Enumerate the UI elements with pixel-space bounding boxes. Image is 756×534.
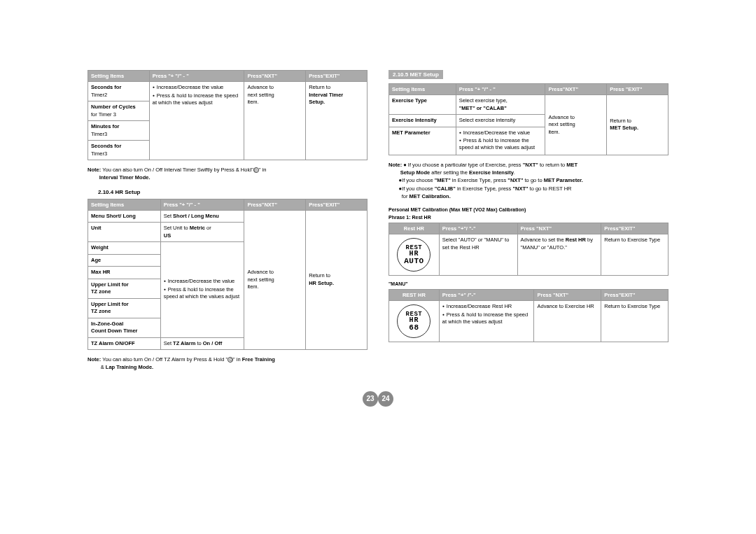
rest-hr-manu-table: REST HR Press "+" /"-" Press "NXT" Press… — [388, 289, 668, 342]
cell-hr-advance: Advance to next setting item. — [244, 210, 306, 350]
met-setup-title: 2.10.5 MET Setup — [388, 70, 443, 79]
cell-advance-rest-hr: Advance to set the Rest HR by "MANU" or … — [517, 234, 601, 276]
note-met: Note: ● If you choose a particular type … — [388, 161, 668, 200]
cell-age: Age — [88, 254, 161, 267]
th-r-setting-items: Setting Items — [389, 84, 456, 95]
cell-cycles-timer3: Number of Cyclesfor Timer 3 — [88, 101, 150, 121]
cell-seconds-timer3: Seconds forTimer3 — [88, 141, 150, 160]
interval-timer-table: Setting Items Press "+ "/" - " Press"NXT… — [88, 70, 368, 160]
th-press-nxt: Press"NXT" — [244, 71, 306, 82]
rest-hr-auto-table: Rest HR Press "+"/ "-" Press "NXT" Press… — [388, 223, 668, 276]
cell-inc-dec-rest-hr: Increase/Decrease Rest HR Press & hold t… — [439, 301, 534, 342]
th-r-plus-minus: Press "+ "/" - " — [456, 84, 545, 95]
watch-face-icon-2: REST HR 68 — [397, 304, 430, 338]
cell-upper-tz2: Upper Limit forTZ zone — [88, 298, 161, 318]
th-press-nxt-2: Press"NXT" — [244, 199, 306, 210]
th-press-exit: Press"EXIT" — [306, 71, 368, 82]
cell-adjust-value: Increase/Decrease the value Press & hold… — [149, 82, 244, 160]
page-right: 2.10.5 MET Setup Setting Items Press "+ … — [388, 70, 668, 379]
th-rest-exit: Press"EXIT" — [601, 223, 668, 234]
cell-tz-alarm: TZ Alarm ON/OFF — [88, 337, 161, 350]
cell-hr-adjust: Increase/Decrease the value Press & hold… — [160, 242, 244, 338]
th-rest-nxt: Press "NXT" — [517, 223, 601, 234]
cell-advance-exercise-hr: Advance to Exercise HR — [534, 301, 601, 342]
cell-unit: Unit — [88, 223, 161, 242]
clock-icon: ⊙ — [253, 167, 259, 173]
note-interval-timer: Note: You can also turn On / Off Interva… — [88, 166, 368, 182]
th-setting-items-2: Setting Items — [88, 199, 161, 210]
th-rest-nxt-2: Press "NXT" — [534, 290, 601, 301]
th-press-plus-minus: Press "+ "/" - " — [149, 71, 244, 82]
cell-inzone-goal: In-Zone-GoalCount Down Timer — [88, 318, 161, 337]
cell-exercise-type: Exercise Type — [389, 95, 456, 115]
cell-met-return: Return to MET Setup. — [607, 95, 668, 155]
th-rest-hr: Rest HR — [389, 223, 440, 234]
cell-set-unit: Set Unit to Metric orUS — [160, 223, 244, 242]
page-left: Setting Items Press "+ "/" - " Press"NXT… — [88, 70, 368, 379]
cell-return-exercise-type-2: Return to Exercise Type — [601, 301, 668, 342]
cell-hr-return: Return to HR Setup. — [306, 210, 368, 350]
cell-advance: Advance to next setting item. — [244, 82, 306, 160]
cell-met-advance: Advance to next setting item. — [545, 95, 607, 155]
th-setting-items: Setting Items — [88, 71, 150, 82]
th-r-exit: Press "EXIT" — [607, 84, 668, 95]
met-setup-table: Setting Items Press "+ "/" - " Press"NXT… — [388, 83, 668, 155]
th-r-nxt: Press"NXT" — [545, 84, 607, 95]
page-number-23: 23 — [363, 391, 378, 407]
th-rest-hr-2: REST HR — [389, 290, 440, 301]
watch-face-icon: REST HR AUTO — [397, 238, 430, 272]
cell-select-auto-manu: Select "AUTO" or "MANU" to set the Rest … — [439, 234, 517, 276]
cell-set-short-long: Set Short / Long Menu — [160, 210, 244, 223]
th-rest-plus-minus-2: Press "+" /"-" — [439, 290, 534, 301]
phrase1-title: Phrase 1: Rest HR — [388, 215, 668, 220]
cell-select-exercise-type: Select exercise type, "MET" or "CALAB" — [456, 95, 545, 115]
clock-icon-2: ⊙ — [227, 357, 233, 363]
page-number-24: 24 — [378, 391, 393, 407]
cell-upper-tz1: Upper Limit forTZ zone — [88, 279, 161, 298]
cell-met-adjust: Increase/Decrease the value Press & hold… — [456, 127, 545, 155]
cell-maxhr: Max HR — [88, 267, 161, 279]
th-press-exit-2: Press"EXIT" — [306, 199, 368, 210]
cell-lcd-68: REST HR 68 — [389, 301, 440, 342]
cell-return: Return to Interval Timer Setup. — [306, 82, 368, 160]
hr-setup-title: 2.10.4 HR Setup — [88, 189, 368, 195]
cell-return-exercise-type: Return to Exercise Type — [601, 234, 668, 276]
cell-minutes-timer3: Minutes forTimer3 — [88, 121, 150, 141]
cell-seconds-timer2: Seconds for Timer2 — [88, 82, 150, 101]
th-press-plus-minus-2: Press "+ "/" - " — [160, 199, 244, 210]
note-tz-alarm: Note: You can also turn On / Off TZ Alar… — [88, 356, 368, 372]
cell-menu-short-long: Menu Short/ Long — [88, 210, 161, 223]
th-rest-plus-minus: Press "+"/ "-" — [439, 223, 517, 234]
cell-lcd-auto: REST HR AUTO — [389, 234, 440, 276]
cell-exercise-intensity: Exercise Intensity — [389, 115, 456, 127]
cell-select-intensity: Select exercise intensity — [456, 115, 545, 127]
th-rest-exit-2: Press"EXIT" — [601, 290, 668, 301]
cell-weight: Weight — [88, 242, 161, 255]
cell-set-tz-alarm: Set TZ Alarm to On / Off — [160, 337, 244, 350]
cell-met-parameter: MET Parameter — [389, 127, 456, 155]
manu-label: "MANU" — [388, 281, 668, 286]
calibration-title: Personal MET Calibration (Max MET (VO2 M… — [388, 207, 668, 212]
hr-setup-table: Setting Items Press "+ "/" - " Press"NXT… — [88, 199, 368, 351]
